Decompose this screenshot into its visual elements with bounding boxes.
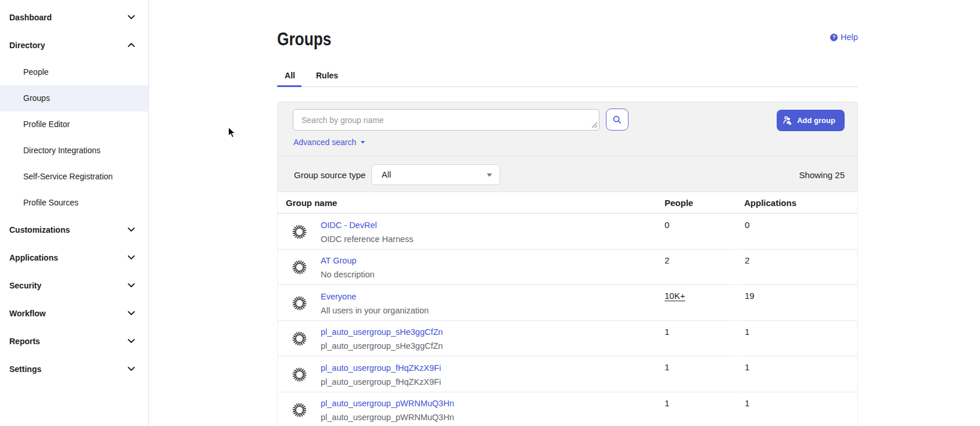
svg-text:?: ?	[832, 34, 835, 40]
